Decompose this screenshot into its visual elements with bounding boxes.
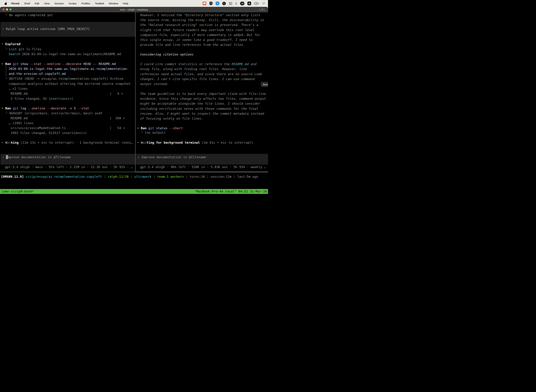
s-curve-icon[interactable]: § — [235, 2, 237, 5]
tmux-status-bar: [omx-cczip0:bash* "MacBook-Pro-44.local"… — [0, 189, 268, 194]
menu-bar: iTerm2ShellEditViewSessionScriptsProfile… — [0, 0, 268, 7]
terminal-line: provide file and line references from th… — [140, 42, 245, 47]
terminal-line: • Explored — [1, 42, 20, 47]
window-title: omx --xhigh --madmax — [0, 7, 268, 12]
pane-divider[interactable] — [135, 12, 136, 172]
blue-badge-icon[interactable]: ϟ — [215, 2, 219, 5]
terminal-line: └ No agents completed yet — [5, 13, 53, 18]
tree-guide-line — [6, 65, 6, 76]
tmux-session-label[interactable]: [omx-cczip0:bash* — [1, 189, 34, 194]
terminal-line: 1903 files changed, 513517 insertions(+) — [10, 131, 87, 135]
terminal-line: └ (no output) — [141, 130, 166, 135]
screen-notification-overlay[interactable]: Scre — [261, 82, 268, 87]
terminal-line: review. Also, I might want to inspect th… — [140, 111, 264, 116]
menu-item-help[interactable]: Help — [123, 2, 128, 5]
terminal-line: However, I noticed the "Directory Struct… — [140, 13, 260, 18]
screen-share-icon[interactable] — [203, 2, 206, 5]
right-pane-separator — [136, 172, 268, 172]
terminal-line: this single essay, it seems like a good … — [140, 37, 253, 42]
omx-status-line: [OMX#0.11.9] cczip/essay/ai-reimplementa… — [1, 174, 258, 179]
right-input-box[interactable]: › Improve documentation in @filename — [136, 154, 268, 165]
window-shortcut-badge: ⌥⌘1 — [258, 7, 265, 12]
right-input-line: › Improve documentation in @filename — [138, 155, 268, 160]
keyboard-a-icon[interactable]: A — [247, 2, 251, 5]
terminal-line: output instead. — [140, 81, 169, 86]
menu-item-view[interactable]: View — [44, 2, 50, 5]
menu-items: iTerm2ShellEditViewSessionScriptsProfile… — [11, 2, 128, 5]
dots-grid-icon[interactable] — [229, 2, 232, 5]
terminal-line: • Ran git status --short — [137, 126, 183, 131]
left-input-line: › Improve documentation in @filename — [2, 155, 137, 160]
terminal-line: Search 2026-03-09-is-legal-the-same-as-l… — [9, 52, 121, 56]
ralph-loop-text: › Ralph loop active continue [OMX_TMUX_I… — [2, 27, 137, 31]
terminal-line: • Waiting for background terminal (1m 41… — [137, 140, 253, 145]
menu-item-shell[interactable]: Shell — [24, 2, 30, 5]
terminal-line: • Ran git show --stat --oneline --decora… — [1, 61, 116, 66]
menu-item-profiles[interactable]: Profiles — [81, 2, 90, 5]
terminal-line: README.md | 4 + — [10, 91, 123, 96]
terminal-line: … +1901 lines — [9, 121, 34, 126]
terminal-line: the source tree, missing the essay. Stil… — [140, 18, 264, 23]
terminal-line: … +2 lines — [9, 86, 28, 91]
right-input-placeholder: Improve documentation in @filename — [141, 155, 206, 159]
terminal-line: of focusing solely on file lines. — [140, 116, 203, 121]
terminal-line: • Ran git log --oneline --decorate -n 5 … — [1, 106, 89, 111]
terminal-line: • Working (11m 13s • esc to interrupt) ·… — [1, 140, 133, 145]
tmux-host-clock: "MacBook-Pro-44.local" 04:52 31-Mar-26 — [195, 189, 267, 194]
menu-item-scripts[interactable]: Scripts — [69, 2, 77, 5]
dark-crescent-icon[interactable] — [222, 2, 226, 5]
wifi-icon[interactable] — [262, 2, 266, 5]
terminal-line: including verification notes with those … — [140, 106, 258, 111]
menu-item-toolbelt[interactable]: Toolbelt — [95, 2, 104, 5]
screen: iTerm2ShellEditViewSessionScriptsProfile… — [0, 0, 268, 196]
apple-logo-icon[interactable] — [5, 2, 7, 5]
terminal-line: The team guideline is to back every impo… — [140, 91, 266, 96]
grid-shield-icon[interactable] — [209, 2, 213, 5]
terminal-content: └ No agents completed yet• Explored└ Lis… — [0, 12, 268, 196]
terminal-line: └ 4b9d30f (origin/main, instructkr/main,… — [5, 111, 103, 116]
terminal-line: Considering citation options — [140, 52, 193, 57]
overlay-label: Scre — [263, 83, 268, 86]
prompt-chevron: › — [138, 155, 141, 159]
terminal-line: 2026-03-09-is-legal-the-same-as-legitima… — [9, 66, 129, 71]
terminal-line: essay file, along with finding root file… — [140, 67, 247, 71]
circle-61-badge-icon[interactable]: ..61 — [240, 2, 244, 5]
window-title-bar: omx --xhigh --madmax ⌥⌘1 — [0, 7, 268, 12]
left-input-placeholder: mprove documentation in @filename — [8, 155, 71, 159]
menu-item-iterm2[interactable]: iTerm2 — [11, 2, 19, 5]
menubar-status-icons: ϟ § ..61 A — [203, 0, 266, 7]
left-model-status: gpt-5.4 xhigh · main · 91% left · 2.31M … — [5, 165, 133, 169]
right-model-status: gpt-5.4 xhigh · 96% left · 520K in · 5.8… — [140, 165, 266, 169]
terminal-line: slight risk that future readers may over… — [140, 28, 254, 33]
terminal-line: 2 files changed, 92 insertions(+) — [10, 96, 73, 101]
terminal-line: and-the-erosion-of-copyleft.md — [9, 71, 66, 76]
prompt-chevron: › — [2, 27, 6, 31]
menu-item-window[interactable]: Window — [109, 2, 118, 5]
terminal-line: companion analysis without altering the … — [9, 81, 131, 86]
menu-item-edit[interactable]: Edit — [35, 2, 39, 5]
battery-icon[interactable] — [254, 2, 259, 5]
terminal-line: evidence. Since this change only affects… — [140, 96, 266, 101]
ralph-loop-banner: › Ralph loop active continue [OMX_TMUX_I… — [0, 22, 135, 37]
terminal-line: changes, I can't cite specific file line… — [140, 77, 254, 81]
terminal-line: references need actual files, and since … — [140, 72, 262, 77]
prompt-chevron: › — [2, 155, 6, 159]
terminal-line: might be acceptable alongside the file l… — [140, 101, 260, 106]
left-pane-separator — [0, 172, 136, 172]
left-input-box[interactable]: › Improve documentation in @filename — [0, 154, 135, 165]
terminal-line: the "Related research writing" section i… — [140, 23, 258, 27]
text-cursor: I — [6, 155, 8, 159]
terminal-line: I could cite commit statistics or refere… — [140, 62, 256, 67]
terminal-line: companion file, especially if more comme… — [140, 33, 260, 37]
terminal-line: └ 067f154 (HEAD -> essay/ai-reimplementa… — [5, 76, 124, 81]
terminal-line: README.md | 280 + — [10, 116, 125, 121]
menu-item-session[interactable]: Session — [54, 2, 64, 5]
terminal-line: src/voice/voiceModeEnabled.ts | 54 + — [10, 126, 125, 131]
terminal-line: └ List git ls-files — [5, 47, 42, 52]
